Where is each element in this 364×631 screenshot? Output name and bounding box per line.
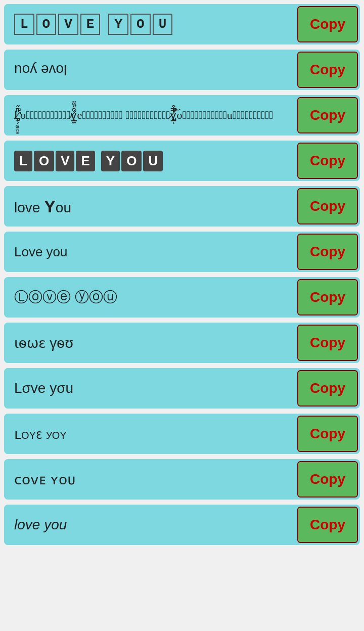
styled-text: LOVE YOU <box>4 141 295 181</box>
styled-text: L̷̡̛̟̗̰͇̤͓̎̄̋̚͘o̸͔̻͙̱̩̎̏̑͌͝v̸̢̨̫̲͎̏̑̋̈͌e… <box>4 95 295 136</box>
copy-button-7[interactable]: Copy <box>297 279 358 316</box>
copy-button-1[interactable]: Copy <box>297 6 358 42</box>
styled-text: ʟоυɛ уоυ <box>4 414 295 454</box>
styled-text: love you <box>4 50 295 90</box>
copy-button-8[interactable]: Copy <box>297 325 358 361</box>
styled-text: love You <box>4 186 295 227</box>
copy-button-6[interactable]: Copy <box>297 234 358 270</box>
list-item: Ⓛⓞⓥⓔ ⓨⓞⓤ Copy <box>4 277 360 318</box>
copy-button-10[interactable]: Copy <box>297 416 358 452</box>
styled-text: Lσve yσu <box>4 368 295 409</box>
styled-text: Love you <box>4 232 295 272</box>
list-item: love You Copy <box>4 186 360 227</box>
copy-button-2[interactable]: Copy <box>297 52 358 88</box>
list-item: ʟоυɛ уоυ Copy <box>4 414 360 454</box>
copy-button-4[interactable]: Copy <box>297 143 358 179</box>
list-item: ᴄᴏᴠᴇ ʏᴏᴜ Copy <box>4 459 360 500</box>
styled-text: Ⓛⓞⓥⓔ ⓨⓞⓤ <box>4 277 295 318</box>
styled-text: love you <box>4 505 295 545</box>
text-styles-list: LOVE YOU Copy love you Copy L̷̡̛̟̗̰͇̤͓̎̄… <box>0 0 364 549</box>
list-item: L̷̡̛̟̗̰͇̤͓̎̄̋̚͘o̸͔̻͙̱̩̎̏̑͌͝v̸̢̨̫̲͎̏̑̋̈͌e… <box>4 95 360 136</box>
styled-text: ᴄᴏᴠᴇ ʏᴏᴜ <box>4 459 295 500</box>
list-item: love you Copy <box>4 50 360 90</box>
styled-text: LOVE YOU <box>4 4 295 44</box>
list-item: LOVE YOU Copy <box>4 141 360 181</box>
copy-button-5[interactable]: Copy <box>297 188 358 224</box>
list-item: love you Copy <box>4 505 360 545</box>
copy-button-3[interactable]: Copy <box>297 97 358 133</box>
list-item: ɩѳѡɛ γѳʊ Copy <box>4 323 360 363</box>
list-item: Lσve yσu Copy <box>4 368 360 409</box>
list-item: Love you Copy <box>4 232 360 272</box>
list-item: LOVE YOU Copy <box>4 4 360 44</box>
styled-text: ɩѳѡɛ γѳʊ <box>4 323 295 363</box>
copy-button-9[interactable]: Copy <box>297 370 358 407</box>
copy-button-11[interactable]: Copy <box>297 461 358 498</box>
copy-button-12[interactable]: Copy <box>297 507 358 543</box>
